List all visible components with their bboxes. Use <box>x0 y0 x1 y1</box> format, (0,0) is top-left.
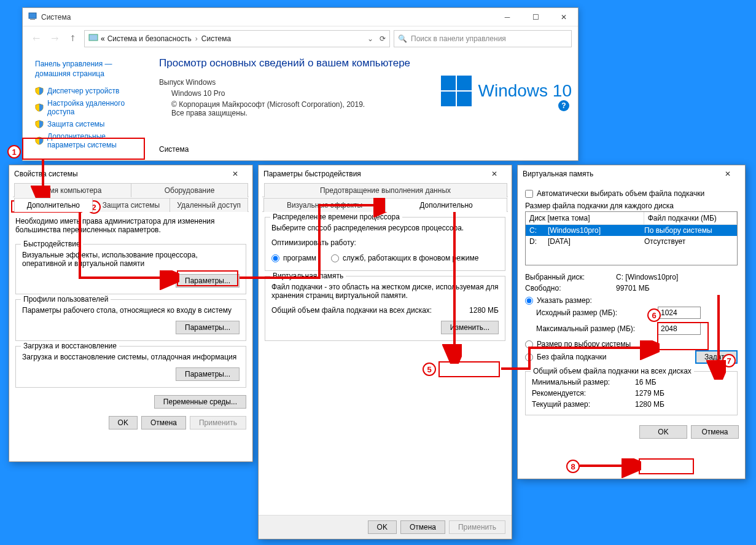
tab-dep[interactable]: Предотвращение выполнения данных <box>264 183 507 197</box>
initial-size-input[interactable] <box>658 307 701 319</box>
windows-logo-text: Windows 10 <box>478 81 572 101</box>
drive-row-c[interactable]: C: [Windows10pro] По выбору системы <box>526 225 737 236</box>
env-vars-button[interactable]: Переменные среды... <box>154 395 246 409</box>
radio-no-pagefile[interactable]: Без файла подкачки <box>525 353 606 361</box>
dropdown-icon[interactable]: ⌄ <box>367 34 373 43</box>
startup-settings-button[interactable]: Параметры... <box>176 367 240 381</box>
tab-protection[interactable]: Защита системы <box>92 198 171 212</box>
close-button[interactable]: ✕ <box>550 8 578 26</box>
dialog-title: Свойства системы <box>14 170 78 178</box>
apply-button[interactable]: Применить <box>190 416 246 429</box>
left-nav: Панель управления — домашняя страница Ди… <box>23 51 149 160</box>
cancel-button[interactable]: Отмена <box>691 425 739 439</box>
forward-button[interactable]: 🡒 <box>47 31 62 46</box>
dialog-buttons: OK Отмена Применить <box>259 515 512 539</box>
set-button[interactable]: Задать <box>695 350 738 364</box>
tab-advanced[interactable]: Дополнительно <box>14 198 93 212</box>
tab-strip: Имя компьютера Оборудование <box>13 182 249 197</box>
vm-desc: Файл подкачки - это область на жестком д… <box>271 283 499 300</box>
page-title: Просмотр основных сведений о вашем компь… <box>159 57 568 69</box>
dialog-titlebar[interactable]: Свойства системы ✕ <box>9 165 252 182</box>
svg-rect-2 <box>89 34 98 41</box>
perf-desc: Визуальные эффекты, использование процес… <box>22 251 240 268</box>
group-profiles: Профили пользователей Параметры рабочего… <box>15 299 246 341</box>
group-legend: Быстродействие <box>21 240 83 248</box>
group-legend: Виртуальная память <box>270 272 346 280</box>
close-button[interactable]: ✕ <box>223 165 247 182</box>
group-legend: Загрузка и восстановление <box>21 342 119 350</box>
close-button[interactable]: ✕ <box>715 165 740 182</box>
shield-icon <box>35 87 44 95</box>
address-bar[interactable]: « Система и безопасность Система ⌄ ⟳ <box>84 30 390 47</box>
radio-custom-size[interactable]: Указать размер: <box>525 296 738 305</box>
maximize-button[interactable]: ☐ <box>521 8 550 26</box>
minimize-button[interactable]: ─ <box>493 8 521 26</box>
group-totals: Общий объем файла подкачки на всех диска… <box>525 371 738 415</box>
profiles-settings-button[interactable]: Параметры... <box>176 321 240 334</box>
radio-system-managed[interactable]: Размер по выбору системы <box>525 340 738 348</box>
link-remote-settings[interactable]: Настройка удаленного доступа <box>29 97 149 118</box>
system-window: Система ─ ☐ ✕ 🡐 🡒 🡑 « Система и безопасн… <box>22 7 579 161</box>
tab-visual[interactable]: Визуальные эффекты <box>263 198 386 212</box>
svg-rect-0 <box>29 13 36 18</box>
titlebar[interactable]: Система ─ ☐ ✕ <box>23 8 578 26</box>
tab-hardware[interactable]: Оборудование <box>131 183 248 197</box>
vm-total-label: Общий объем файла подкачки на всех диска… <box>271 306 432 315</box>
shield-icon <box>35 120 44 128</box>
dialog-buttons: OK Отмена Применить <box>9 411 252 434</box>
tab-advanced[interactable]: Дополнительно <box>385 198 507 212</box>
group-scheduling: Распределение времени процессора Выберит… <box>265 217 505 271</box>
system-properties-dialog: Свойства системы ✕ Имя компьютера Оборуд… <box>9 165 253 462</box>
group-legend: Профили пользователей <box>21 295 111 304</box>
selected-drive-label: Выбранный диск: <box>525 273 611 281</box>
search-icon: 🔍 <box>398 34 407 43</box>
initial-size-label: Исходный размер (МБ): <box>536 308 653 317</box>
drive-row-d[interactable]: D: [DATA] Отсутствует <box>526 236 737 247</box>
tab-remote[interactable]: Удаленный доступ <box>170 198 248 212</box>
link-advanced-system-settings[interactable]: Дополнительные параметры системы <box>29 130 149 151</box>
max-size-label: Максимальный размер (МБ): <box>536 324 653 333</box>
search-input[interactable]: 🔍 Поиск в панели управления <box>394 30 572 47</box>
cancel-button[interactable]: Отмена <box>400 520 445 534</box>
cancel-button[interactable]: Отмена <box>141 416 186 429</box>
tab-strip: Предотвращение выполнения данных <box>262 182 508 197</box>
ok-button[interactable]: OK <box>368 520 397 534</box>
performance-settings-button[interactable]: Параметры... <box>176 274 240 288</box>
rec-label: Рекомендуется: <box>532 389 630 398</box>
close-button[interactable]: ✕ <box>482 165 507 182</box>
change-vm-button[interactable]: Изменить... <box>441 321 499 334</box>
breadcrumb-root[interactable]: Система и безопасность <box>107 34 192 43</box>
group-legend: Общий объем файла подкачки на всех диска… <box>531 367 694 375</box>
back-button[interactable]: 🡐 <box>29 31 44 46</box>
free-value: 99701 МБ <box>616 284 738 292</box>
dialog-titlebar[interactable]: Параметры быстродействия ✕ <box>259 165 512 182</box>
ok-button[interactable]: OK <box>639 425 687 439</box>
radio-services[interactable]: служб, работающих в фоновом режиме <box>331 254 478 262</box>
profiles-desc: Параметры рабочего стола, относящиеся ко… <box>22 306 240 315</box>
link-device-manager[interactable]: Диспетчер устройств <box>29 85 149 97</box>
annotation-number-1: 1 <box>7 145 21 159</box>
radio-programs[interactable]: программ <box>271 254 316 262</box>
dialog-title: Параметры быстродействия <box>263 170 361 178</box>
dialog-titlebar[interactable]: Виртуальная память ✕ <box>518 165 745 182</box>
up-button[interactable]: 🡑 <box>66 31 80 46</box>
control-panel-home-link[interactable]: Панель управления — домашняя страница <box>35 60 143 79</box>
dialog-buttons: OK Отмена <box>518 420 745 444</box>
drive-list[interactable]: Диск [метка тома] Файл подкачки (МБ) C: … <box>525 211 738 265</box>
tab-strip-2: Визуальные эффекты Дополнительно <box>262 197 508 212</box>
computer-icon <box>88 34 98 44</box>
system-icon <box>28 11 37 23</box>
auto-manage-checkbox[interactable]: Автоматически выбирать объем файла подка… <box>525 189 738 198</box>
max-size-input[interactable] <box>658 323 701 335</box>
col-size: Файл подкачки (МБ) <box>644 212 737 224</box>
breadcrumb-current[interactable]: Система <box>201 34 231 43</box>
copyright-text: © Корпорация Майкрософт (Microsoft Corpo… <box>159 100 368 117</box>
cur-label: Текущий размер: <box>532 400 630 409</box>
link-system-protection[interactable]: Защита системы <box>29 118 149 130</box>
ok-button[interactable]: OK <box>109 416 138 429</box>
admin-note: Необходимо иметь права администратора дл… <box>9 212 252 239</box>
refresh-icon[interactable]: ⟳ <box>380 34 386 43</box>
apply-button[interactable]: Применить <box>449 520 505 534</box>
tab-strip-2: Дополнительно Защита системы Удаленный д… <box>13 197 249 212</box>
tab-computer-name[interactable]: Имя компьютера <box>14 183 131 197</box>
